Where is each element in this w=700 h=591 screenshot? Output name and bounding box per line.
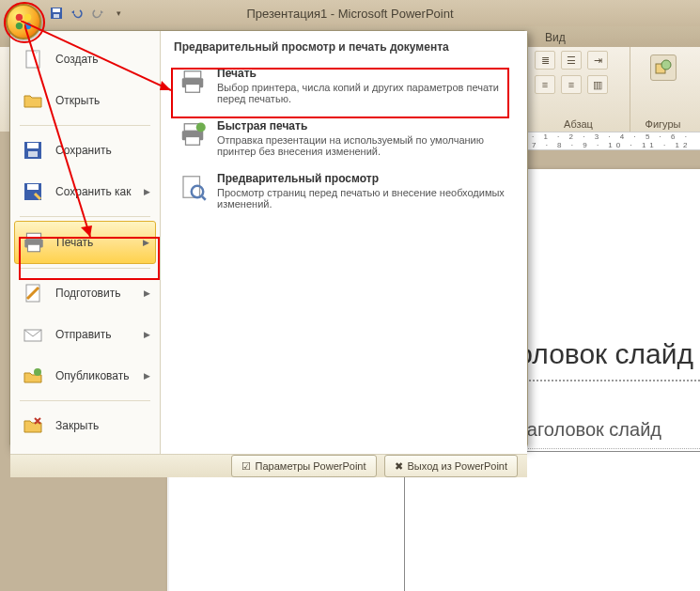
options-icon: ☑: [241, 460, 251, 473]
svg-point-2: [16, 23, 23, 29]
menu-prepare[interactable]: Подготовить ▶: [14, 272, 156, 314]
submenu-preview[interactable]: Предварительный просмотр Просмотр страни…: [174, 166, 514, 219]
submenu-quick-title: Быстрая печать: [217, 119, 510, 132]
svg-rect-6: [54, 14, 59, 18]
chevron-right-icon: ▶: [144, 187, 150, 196]
align-center-icon[interactable]: ≡: [561, 75, 582, 94]
menu-send-label: Отправить: [55, 328, 112, 341]
menu-close[interactable]: Закрыть: [14, 405, 156, 446]
group-label-paragraph: Абзац: [535, 118, 622, 130]
print-icon: [21, 229, 47, 256]
menu-open-label: Открыть: [55, 94, 100, 107]
menu-new[interactable]: Создать: [14, 39, 156, 80]
menu-close-label: Закрыть: [55, 419, 99, 432]
saveas-icon: [20, 179, 46, 205]
close-icon: [20, 412, 46, 439]
submenu-print-title: Печать: [217, 67, 510, 80]
submenu-print[interactable]: Печать Выбор принтера, числа копий и дру…: [174, 61, 514, 114]
open-icon: [20, 87, 46, 114]
exit-powerpoint-button[interactable]: ✖ Выход из PowerPoint: [384, 455, 518, 477]
chevron-right-icon: ▶: [144, 330, 150, 339]
svg-rect-23: [186, 85, 200, 93]
list-bullets-icon[interactable]: ≣: [535, 51, 555, 70]
menu-new-label: Создать: [55, 53, 99, 66]
options-label: Параметры PowerPoint: [256, 460, 366, 472]
qat-more-icon[interactable]: ▾: [111, 6, 126, 21]
menu-prepare-label: Подготовить: [55, 287, 120, 300]
svg-rect-21: [184, 71, 201, 79]
ribbon-group-paragraph: ≣ ☰ ⇥ ≡ ≡ ▥ Абзац: [526, 47, 630, 132]
slide-subtitle-placeholder[interactable]: дзаголовок слайд: [507, 419, 700, 449]
save-menu-icon: [20, 137, 46, 163]
columns-icon[interactable]: ▥: [587, 75, 608, 94]
svg-rect-15: [26, 233, 40, 240]
svg-point-27: [196, 123, 206, 132]
submenu-quick-print[interactable]: Быстрая печать Отправка презентации на и…: [174, 114, 514, 166]
ribbon-group-shapes: Фигуры: [630, 47, 695, 132]
svg-rect-11: [27, 143, 39, 148]
send-icon: [20, 321, 46, 348]
chevron-right-icon: ▶: [144, 288, 150, 298]
menu-open[interactable]: Открыть: [14, 80, 156, 121]
powerpoint-options-button[interactable]: ☑ Параметры PowerPoint: [231, 455, 377, 477]
exit-label: Выход из PowerPoint: [408, 460, 507, 472]
submenu-preview-title: Предварительный просмотр: [217, 172, 510, 185]
menu-saveas-label: Сохранить как: [55, 185, 131, 198]
office-menu-footer: ☑ Параметры PowerPoint ✖ Выход из PowerP…: [10, 454, 527, 477]
group-label-shapes: Фигуры: [646, 118, 681, 130]
preview-icon: [178, 172, 208, 202]
tab-view[interactable]: Вид: [526, 28, 584, 47]
svg-rect-9: [26, 51, 39, 68]
menu-save-label: Сохранить: [55, 144, 112, 157]
horizontal-ruler: · 1 · 2 · 3 · 4 · 5 · 6 · 7 · 8 · 9 · 10…: [526, 132, 700, 150]
list-numbers-icon[interactable]: ☰: [561, 51, 582, 70]
menu-saveas[interactable]: Сохранить как ▶: [14, 171, 156, 212]
svg-point-3: [24, 23, 31, 29]
shapes-button[interactable]: [645, 51, 682, 85]
office-button[interactable]: [6, 4, 41, 39]
slide-title-placeholder[interactable]: головок слайд: [507, 338, 700, 381]
svg-rect-26: [186, 137, 200, 146]
menu-print-label: Печать: [56, 236, 93, 249]
svg-rect-17: [28, 244, 40, 252]
exit-icon: ✖: [395, 460, 403, 473]
menu-publish-label: Опубликовать: [55, 369, 129, 382]
save-icon[interactable]: [49, 6, 64, 21]
svg-point-20: [34, 368, 41, 376]
svg-rect-5: [53, 8, 60, 12]
publish-icon: [20, 363, 46, 389]
submenu-preview-desc: Просмотр страниц перед печатью и внесени…: [217, 187, 505, 210]
menu-save[interactable]: Сохранить: [14, 130, 156, 171]
svg-point-1: [24, 14, 31, 21]
menu-send[interactable]: Отправить ▶: [14, 314, 156, 355]
menu-print[interactable]: Печать ▶: [14, 221, 156, 264]
quick-print-icon: [178, 119, 208, 149]
svg-point-8: [661, 60, 671, 70]
prepare-icon: [20, 280, 46, 306]
svg-rect-14: [27, 184, 39, 190]
svg-point-0: [16, 14, 23, 21]
menu-publish[interactable]: Опубликовать ▶: [14, 355, 156, 397]
office-menu-left: Создать Открыть Сохранить Сохранить как …: [10, 31, 161, 454]
indent-icon[interactable]: ⇥: [587, 51, 608, 70]
chevron-right-icon: ▶: [143, 238, 149, 247]
quick-access-toolbar: ▾: [49, 6, 126, 21]
submenu-print-desc: Выбор принтера, числа копий и других пар…: [217, 82, 499, 104]
title-bar: ▾ Презентация1 - Microsoft PowerPoint: [0, 0, 700, 26]
office-menu: Создать Открыть Сохранить Сохранить как …: [9, 30, 528, 448]
submenu-heading: Предварительный просмотр и печать докуме…: [174, 40, 514, 54]
redo-icon[interactable]: [90, 6, 105, 21]
shapes-icon: [650, 54, 677, 81]
undo-icon[interactable]: [70, 6, 85, 21]
chevron-right-icon: ▶: [144, 371, 150, 381]
svg-rect-12: [28, 151, 38, 157]
align-left-icon[interactable]: ≡: [535, 75, 555, 94]
submenu-quick-desc: Отправка презентации на используемый по …: [217, 134, 484, 157]
office-menu-right: Предварительный просмотр и печать докуме…: [161, 31, 527, 454]
printer-icon: [178, 67, 208, 97]
new-icon: [20, 46, 46, 72]
